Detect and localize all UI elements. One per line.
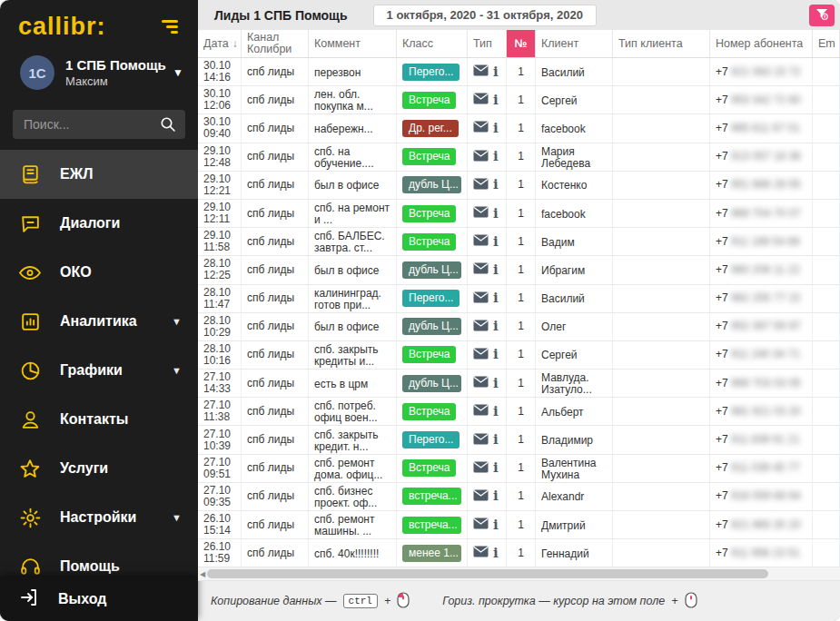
class-badge[interactable]: Встреча bbox=[402, 205, 456, 222]
table-row-1[interactable]: 30.1014:16спб лидыперезвонПерего...i1Вас… bbox=[198, 58, 840, 86]
column-header-5[interactable]: Тип bbox=[468, 30, 507, 57]
class-badge[interactable]: Встреча bbox=[402, 346, 456, 363]
table-row-3[interactable]: 30.1009:40спб лидынабережн...Др. рег...i… bbox=[198, 114, 840, 143]
email-icon[interactable] bbox=[473, 262, 489, 277]
class-badge[interactable]: Встреча bbox=[402, 92, 456, 109]
info-icon[interactable]: i bbox=[493, 320, 499, 333]
info-icon[interactable]: i bbox=[493, 518, 499, 532]
table-row-17[interactable]: 26.1015:14спб лидыспб. ремонт машины. ..… bbox=[198, 511, 840, 539]
email-icon[interactable] bbox=[473, 206, 489, 221]
email-icon[interactable] bbox=[473, 348, 489, 362]
info-icon[interactable]: i bbox=[493, 405, 499, 419]
column-header-2[interactable]: Канал Колибри bbox=[242, 30, 309, 57]
class-badge[interactable]: дубль Ц... bbox=[402, 318, 461, 335]
email-icon[interactable] bbox=[473, 518, 489, 532]
class-badge[interactable]: дубль Ц... bbox=[402, 261, 461, 279]
sidebar-item-8[interactable]: Настройки▼ bbox=[0, 493, 198, 542]
email-icon[interactable] bbox=[473, 93, 489, 107]
sidebar-item-6[interactable]: Контакты bbox=[0, 395, 198, 444]
class-badge[interactable]: дубль Ц... bbox=[402, 176, 461, 193]
class-badge[interactable]: дубль Ц... bbox=[402, 375, 461, 392]
column-header-3[interactable]: Коммент bbox=[309, 30, 397, 57]
horizontal-scrollbar[interactable]: ◀ bbox=[198, 567, 840, 581]
email-icon[interactable] bbox=[473, 291, 489, 306]
sidebar-item-4[interactable]: Аналитика▼ bbox=[0, 297, 198, 346]
class-badge[interactable]: встреча... bbox=[402, 488, 461, 505]
column-header-6[interactable]: № bbox=[507, 30, 536, 57]
table-row-14[interactable]: 27.1010:39спб лидыспб. закрыть кредит. н… bbox=[198, 426, 840, 454]
email-icon[interactable] bbox=[473, 178, 489, 192]
info-icon[interactable]: i bbox=[493, 150, 499, 163]
table-row-7[interactable]: 29.1011:58спб лидыспб. БАЛБЕС. завтра. с… bbox=[198, 228, 840, 256]
class-badge[interactable]: Встреча bbox=[402, 459, 456, 477]
class-badge[interactable]: менее 1... bbox=[402, 545, 461, 562]
table-row-10[interactable]: 28.1010:29спб лидыбыл в офиседубль Ц...i… bbox=[198, 313, 840, 341]
class-badge[interactable]: Перего... bbox=[402, 290, 460, 307]
email-icon[interactable] bbox=[473, 64, 489, 79]
info-icon[interactable]: i bbox=[493, 122, 499, 135]
email-icon[interactable] bbox=[473, 121, 489, 135]
account-switcher[interactable]: 1C 1 СПБ Помощь Максим ▼ bbox=[0, 46, 198, 101]
table-row-13[interactable]: 27.1011:38спб лидыспб. потреб. офиц воен… bbox=[198, 398, 840, 426]
table-row-11[interactable]: 28.1010:16спб лидыспб. закрыть кредиты и… bbox=[198, 341, 840, 370]
table-row-16[interactable]: 27.1009:35спб лидыспб. бизнес проект. оф… bbox=[198, 483, 840, 511]
class-badge[interactable]: Встреча bbox=[402, 233, 456, 251]
table-row-15[interactable]: 27.1009:51спб лидыспб. ремонт дома. офиц… bbox=[198, 455, 840, 483]
scrollbar-thumb[interactable] bbox=[207, 569, 768, 578]
table-row-8[interactable]: 28.1012:25спб лидыбыл в офиседубль Ц...i… bbox=[198, 256, 840, 284]
sidebar-item-5[interactable]: Графики▼ bbox=[0, 346, 198, 395]
email-icon[interactable] bbox=[473, 461, 489, 476]
info-icon[interactable]: i bbox=[493, 348, 499, 361]
table-row-2[interactable]: 30.1012:06спб лидылен. обл. покупка м...… bbox=[198, 86, 840, 114]
date-range-button[interactable]: 1 октября, 2020 - 31 октября, 2020 bbox=[373, 5, 597, 26]
info-icon[interactable]: i bbox=[493, 461, 499, 475]
info-icon[interactable]: i bbox=[493, 65, 499, 79]
column-header-1[interactable]: Дата↓ bbox=[198, 30, 242, 57]
class-badge[interactable]: Др. рег... bbox=[402, 120, 459, 137]
column-header-7[interactable]: Клиент bbox=[536, 30, 613, 57]
info-icon[interactable]: i bbox=[493, 433, 499, 447]
info-icon[interactable]: i bbox=[493, 178, 499, 192]
cell-type: i bbox=[468, 511, 507, 538]
info-icon[interactable]: i bbox=[493, 207, 499, 221]
hamburger-menu-icon[interactable] bbox=[158, 16, 182, 37]
email-icon[interactable] bbox=[473, 489, 489, 504]
info-icon[interactable]: i bbox=[493, 489, 499, 503]
column-header-9[interactable]: Номер абонента bbox=[710, 30, 813, 57]
table-row-5[interactable]: 29.1012:21спб лидыбыл в офиседубль Ц...i… bbox=[198, 172, 840, 200]
email-icon[interactable] bbox=[473, 376, 489, 390]
table-row-12[interactable]: 27.1014:33спб лидыесть в црмдубль Ц...i1… bbox=[198, 370, 840, 398]
sidebar-item-logout[interactable]: Выход bbox=[0, 577, 198, 621]
class-badge[interactable]: Перего... bbox=[402, 431, 460, 448]
table-row-4[interactable]: 29.1012:48спб лидыспб. на обучение....Вс… bbox=[198, 143, 840, 172]
email-icon[interactable] bbox=[473, 404, 489, 419]
info-icon[interactable]: i bbox=[493, 291, 499, 305]
column-header-10[interactable]: Em bbox=[813, 30, 840, 57]
email-icon[interactable] bbox=[473, 234, 489, 249]
scroll-left-arrow-icon[interactable]: ◀ bbox=[198, 570, 207, 578]
info-icon[interactable]: i bbox=[493, 547, 499, 560]
class-badge[interactable]: Перего... bbox=[402, 64, 460, 81]
email-icon[interactable] bbox=[473, 433, 489, 448]
info-icon[interactable]: i bbox=[493, 377, 499, 390]
column-header-4[interactable]: Класс bbox=[397, 30, 468, 57]
column-header-8[interactable]: Тип клиента bbox=[613, 30, 710, 57]
info-icon[interactable]: i bbox=[493, 263, 499, 277]
table-row-6[interactable]: 29.1012:11спб лидыспб. на ремонт и ...Вс… bbox=[198, 200, 840, 228]
table-row-9[interactable]: 28.1011:47спб лидыкалининград. готов при… bbox=[198, 285, 840, 313]
email-icon[interactable] bbox=[473, 150, 489, 164]
sidebar-item-2[interactable]: Диалоги bbox=[0, 199, 198, 248]
email-icon[interactable] bbox=[473, 320, 489, 334]
email-icon[interactable] bbox=[473, 546, 489, 560]
clear-filter-button[interactable] bbox=[809, 5, 835, 26]
table-row-18[interactable]: 26.1011:59спб лидыспб. 40к!!!!!!!!менее … bbox=[198, 539, 840, 567]
sidebar-item-7[interactable]: Услуги bbox=[0, 444, 198, 493]
sidebar-item-label: Услуги bbox=[60, 460, 182, 477]
info-icon[interactable]: i bbox=[493, 94, 499, 107]
class-badge[interactable]: Встреча bbox=[402, 403, 456, 420]
class-badge[interactable]: встреча... bbox=[402, 517, 461, 534]
sidebar-item-1[interactable]: ЕЖЛ bbox=[0, 150, 198, 199]
sidebar-item-3[interactable]: ОКО bbox=[0, 248, 198, 297]
info-icon[interactable]: i bbox=[493, 235, 499, 249]
class-badge[interactable]: Встреча bbox=[402, 148, 456, 165]
